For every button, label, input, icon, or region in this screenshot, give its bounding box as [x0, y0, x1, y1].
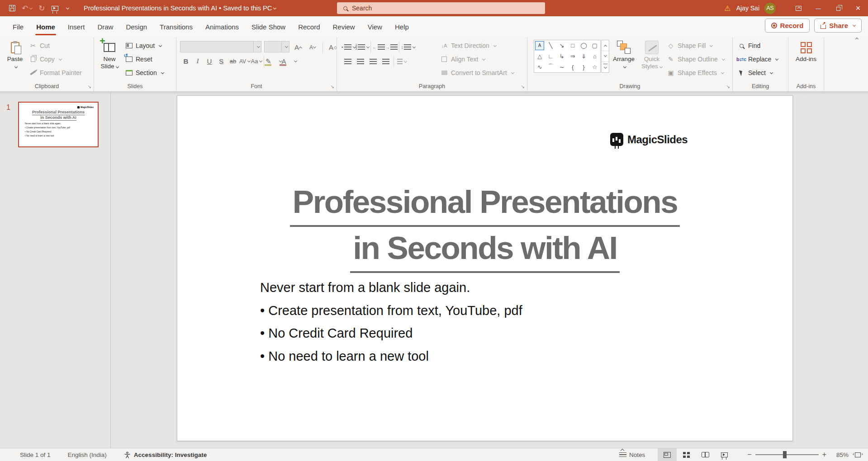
- zoom-slider-thumb[interactable]: [783, 451, 787, 458]
- font-color-button[interactable]: A: [282, 55, 297, 67]
- warning-icon[interactable]: ⚠: [724, 4, 730, 13]
- align-left-button[interactable]: [342, 55, 354, 68]
- shape-line-arrow-icon[interactable]: ↘: [556, 40, 567, 51]
- justify-button[interactable]: [379, 55, 392, 68]
- arrange-button[interactable]: Arrange: [611, 39, 637, 70]
- tab-home[interactable]: Home: [30, 16, 62, 37]
- zoom-slider[interactable]: [755, 454, 819, 455]
- tab-transitions[interactable]: Transitions: [153, 16, 199, 37]
- slide-sorter-view-button[interactable]: [677, 448, 696, 461]
- tab-review[interactable]: Review: [327, 16, 361, 37]
- gallery-scroll-up-button[interactable]: [602, 40, 609, 51]
- add-ins-button[interactable]: Add-ins: [793, 39, 819, 63]
- zoom-out-button[interactable]: −: [744, 451, 755, 459]
- font-name-combobox[interactable]: [180, 41, 261, 52]
- search-box[interactable]: [337, 2, 545, 14]
- replace-button[interactable]: b⇄c Replace: [737, 52, 778, 66]
- align-text-button[interactable]: Align Text: [440, 52, 514, 66]
- convert-to-smartart-button[interactable]: Convert to SmartArt: [440, 66, 514, 80]
- align-right-button[interactable]: [367, 55, 379, 68]
- bullets-button[interactable]: •: [342, 41, 356, 53]
- paragraph-dialog-launcher[interactable]: ↘: [521, 85, 525, 89]
- clipboard-dialog-launcher[interactable]: ↘: [88, 85, 91, 89]
- increase-indent-button[interactable]: →: [385, 41, 398, 53]
- tab-animations[interactable]: Animations: [199, 16, 245, 37]
- ribbon-display-options-button[interactable]: [788, 0, 808, 16]
- language-indicator[interactable]: English (India): [68, 452, 107, 458]
- slide-title[interactable]: Professional Presentations in Seconds wi…: [177, 181, 792, 273]
- layout-button[interactable]: Layout: [125, 39, 164, 52]
- notes-button[interactable]: Notes: [619, 452, 645, 458]
- close-button[interactable]: ×: [848, 0, 868, 16]
- shape-scribble-icon[interactable]: ∿: [534, 61, 545, 72]
- shape-arc-icon[interactable]: ⌒: [545, 61, 556, 72]
- shape-rounded-rectangle-icon[interactable]: ▢: [589, 40, 600, 51]
- zoom-in-button[interactable]: +: [819, 451, 830, 459]
- new-slide-button[interactable]: New Slide: [97, 39, 122, 70]
- slide-show-view-button[interactable]: [715, 448, 734, 461]
- user-name[interactable]: Ajay Sai: [736, 5, 759, 12]
- shape-arrow-down-icon[interactable]: ⇓: [578, 51, 589, 62]
- tab-file[interactable]: File: [6, 16, 30, 37]
- select-button[interactable]: Select: [737, 66, 778, 80]
- format-painter-button[interactable]: Format Painter: [29, 66, 82, 80]
- find-button[interactable]: Find: [737, 39, 778, 52]
- italic-button[interactable]: I: [192, 55, 204, 67]
- shape-right-brace-icon[interactable]: }: [578, 61, 589, 72]
- shape-freeform-icon[interactable]: ⌂: [589, 51, 600, 62]
- save-button[interactable]: [9, 3, 15, 14]
- shape-fill-button[interactable]: ◇ Shape Fill: [667, 39, 725, 52]
- reset-button[interactable]: Reset: [125, 52, 164, 66]
- copy-button[interactable]: Copy: [29, 52, 82, 66]
- font-size-combobox[interactable]: [264, 41, 289, 52]
- accessibility-status[interactable]: Accessibility: Investigate: [124, 452, 207, 458]
- avatar[interactable]: AS: [764, 3, 776, 14]
- character-spacing-button[interactable]: AV: [239, 55, 251, 67]
- decrease-font-size-button[interactable]: A: [307, 41, 318, 53]
- bold-button[interactable]: B: [180, 55, 192, 67]
- share-button[interactable]: Share: [814, 19, 862, 33]
- slide-canvas[interactable]: MagicSlides Professional Presentations i…: [177, 95, 793, 441]
- drawing-dialog-launcher[interactable]: ↘: [726, 85, 730, 89]
- restore-button[interactable]: [828, 0, 848, 16]
- tab-draw[interactable]: Draw: [91, 16, 119, 37]
- tab-record[interactable]: Record: [292, 16, 326, 37]
- shape-rectangle-icon[interactable]: □: [567, 40, 578, 51]
- underline-button[interactable]: U: [204, 55, 215, 67]
- tab-slide-show[interactable]: Slide Show: [245, 16, 292, 37]
- paste-button[interactable]: Paste: [4, 39, 26, 70]
- slide-thumbnail[interactable]: MagicSlides Professional Presentations i…: [18, 102, 99, 147]
- shape-star-icon[interactable]: ☆: [589, 61, 600, 72]
- shape-outline-button[interactable]: ✎ Shape Outline: [667, 52, 725, 66]
- start-slideshow-button[interactable]: [52, 3, 58, 14]
- align-center-button[interactable]: [354, 55, 367, 68]
- decrease-indent-button[interactable]: ←: [372, 41, 385, 53]
- tab-design[interactable]: Design: [119, 16, 153, 37]
- gallery-more-button[interactable]: [602, 61, 609, 72]
- search-input[interactable]: [352, 5, 524, 12]
- undo-dropdown-chevron-icon[interactable]: [29, 6, 33, 9]
- title-dropdown-chevron-icon[interactable]: [273, 6, 276, 9]
- font-dialog-launcher[interactable]: ↘: [331, 85, 334, 89]
- shape-oval-icon[interactable]: ◯: [578, 40, 589, 51]
- quick-styles-button[interactable]: Quick Styles: [639, 39, 665, 70]
- text-direction-button[interactable]: ↓A Text Direction: [440, 39, 514, 52]
- numbering-button[interactable]: 123: [356, 41, 370, 53]
- cut-button[interactable]: ✂ Cut: [29, 39, 82, 52]
- tab-view[interactable]: View: [361, 16, 389, 37]
- strikethrough-button[interactable]: ab: [227, 55, 239, 67]
- shape-elbow-connector-icon[interactable]: ∟: [545, 51, 556, 62]
- tab-insert[interactable]: Insert: [62, 16, 91, 37]
- shape-line-icon[interactable]: ╲: [545, 40, 556, 51]
- shape-effects-button[interactable]: ▣ Shape Effects: [667, 66, 725, 80]
- gallery-scroll-down-button[interactable]: [602, 51, 609, 61]
- columns-button[interactable]: [395, 55, 408, 68]
- section-button[interactable]: Section: [125, 66, 164, 80]
- fit-slide-to-window-button[interactable]: [855, 452, 861, 457]
- slide-number[interactable]: 1: [6, 103, 10, 112]
- line-spacing-button[interactable]: ↕: [401, 41, 415, 53]
- shape-arrow-right-icon[interactable]: ⇒: [567, 51, 578, 62]
- shape-left-brace-icon[interactable]: {: [567, 61, 578, 72]
- normal-view-button[interactable]: [658, 448, 677, 461]
- undo-button[interactable]: ↶: [22, 3, 32, 14]
